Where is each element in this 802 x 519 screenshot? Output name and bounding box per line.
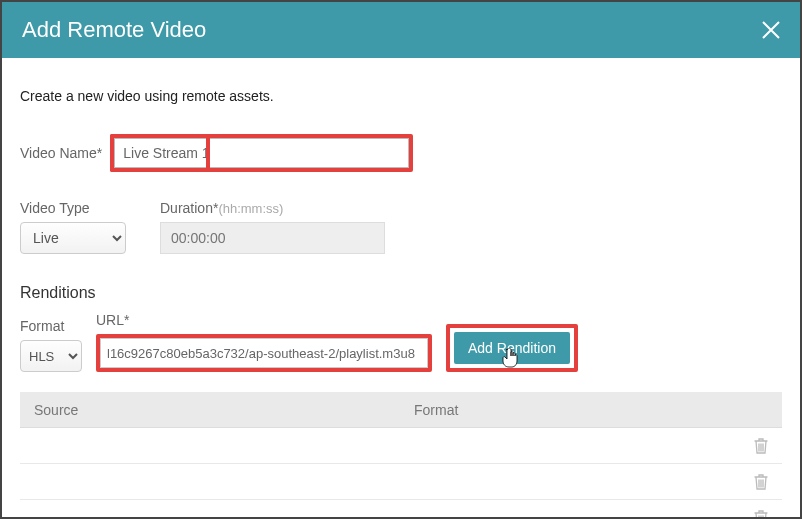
format-label: Format [20, 318, 82, 334]
trash-icon[interactable] [754, 438, 768, 454]
video-name-label: Video Name* [20, 145, 102, 161]
video-type-col: Video Type Live [20, 200, 126, 254]
type-duration-row: Video Type Live Duration*(hh:mm:ss) [20, 200, 782, 254]
renditions-title: Renditions [20, 284, 782, 302]
renditions-row: Format HLS URL* Add Rendition [20, 312, 782, 372]
table-row [20, 500, 782, 519]
table-row [20, 428, 782, 464]
modal-header: Add Remote Video [2, 2, 800, 58]
intro-text: Create a new video using remote assets. [20, 88, 782, 104]
close-icon[interactable] [762, 17, 780, 43]
video-name-row: Video Name* [20, 134, 782, 172]
duration-label: Duration*(hh:mm:ss) [160, 200, 385, 216]
duration-input [160, 222, 385, 254]
video-name-input[interactable] [114, 138, 409, 168]
video-name-highlight [110, 134, 413, 172]
duration-hint: (hh:mm:ss) [218, 201, 283, 216]
add-rendition-highlight: Add Rendition [446, 324, 578, 372]
format-col: Format HLS [20, 318, 82, 372]
url-col: URL* [96, 312, 432, 372]
trash-icon[interactable] [754, 510, 768, 520]
modal-body: Create a new video using remote assets. … [2, 58, 800, 519]
table-row [20, 464, 782, 500]
url-label: URL* [96, 312, 432, 328]
col-format: Format [414, 402, 768, 418]
duration-col: Duration*(hh:mm:ss) [160, 200, 385, 254]
add-rendition-button[interactable]: Add Rendition [454, 332, 570, 364]
video-type-select[interactable]: Live [20, 222, 126, 254]
video-type-label: Video Type [20, 200, 126, 216]
modal-title: Add Remote Video [22, 17, 206, 43]
trash-icon[interactable] [754, 474, 768, 490]
col-source: Source [34, 402, 414, 418]
renditions-table-header: Source Format [20, 392, 782, 428]
duration-label-text: Duration* [160, 200, 218, 216]
url-input[interactable] [100, 338, 428, 368]
format-select[interactable]: HLS [20, 340, 82, 372]
url-highlight [96, 334, 432, 372]
